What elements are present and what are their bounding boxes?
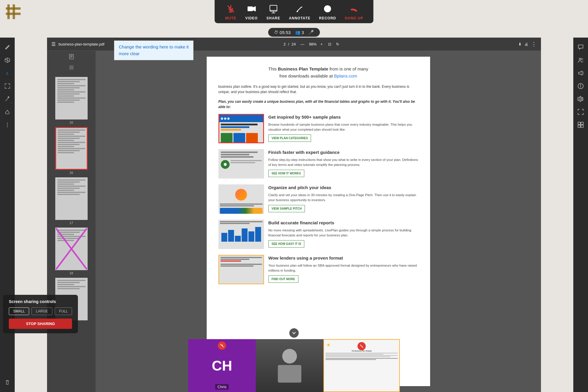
- feature-btn-1[interactable]: VIEW PLAN CATEGORIES: [268, 134, 311, 142]
- timer: ⏱ 05:53: [274, 30, 291, 35]
- right-toolbar: [573, 38, 588, 392]
- sidebar-icon[interactable]: [69, 54, 74, 60]
- gear-tool[interactable]: [575, 94, 586, 104]
- video-participants-bar: CH Chris ★ This Business Plan Template: [188, 339, 400, 392]
- feature-desc-4: No more messing with spreadsheets. LiveP…: [268, 228, 418, 238]
- record-button[interactable]: RECORD: [319, 3, 336, 20]
- pdf-filename: business-plan-template.pdf: [59, 42, 104, 46]
- svg-marker-10: [253, 6, 256, 11]
- participants-count: 👥 3: [295, 30, 304, 35]
- annotate-button[interactable]: ANNOTATE: [289, 3, 310, 20]
- left-toolbar: A: [0, 38, 15, 392]
- feature-btn-4[interactable]: SEE HOW EASY IT IS: [268, 240, 305, 248]
- more-tools[interactable]: [2, 120, 13, 130]
- feature-thumb-1: [218, 114, 264, 143]
- text-tool[interactable]: A: [2, 68, 13, 78]
- feature-title-1: Get inspired by 500+ sample plans: [268, 114, 418, 121]
- pdf-header: This Business Plan Template from is one …: [218, 65, 418, 80]
- svg-marker-24: [5, 110, 9, 114]
- pdf-download-icon[interactable]: ⬇: [518, 42, 522, 46]
- mic-status-icon: 🎤: [308, 30, 314, 35]
- pdf-more-icon[interactable]: ⋮: [531, 41, 537, 47]
- mute-icon-chris: [218, 341, 226, 350]
- svg-point-26: [7, 125, 8, 125]
- feature-btn-5[interactable]: FIND OUT MORE: [268, 275, 298, 283]
- pencil-tool[interactable]: [2, 42, 13, 53]
- feature-title-4: Build accurate financial reports: [268, 220, 418, 226]
- fullscreen-tool[interactable]: [575, 107, 586, 117]
- pdf-page: This Business Plan Template from is one …: [207, 57, 430, 386]
- size-large-button[interactable]: LARGE: [31, 307, 52, 315]
- video-thumb-screen[interactable]: ★ This Business Plan Template: [323, 339, 400, 392]
- svg-point-29: [582, 58, 583, 60]
- screen-sharing-title: Screen sharing controls: [9, 299, 72, 304]
- eraser-tool[interactable]: [2, 107, 13, 117]
- feature-row-4: Build accurate financial reports No more…: [218, 220, 418, 249]
- feature-btn-3[interactable]: VIEW SAMPLE PITCH: [268, 205, 305, 212]
- brush-tool[interactable]: [2, 94, 13, 104]
- megaphone-tool[interactable]: [575, 68, 586, 78]
- svg-rect-38: [578, 122, 580, 125]
- size-full-button[interactable]: FULL: [55, 307, 72, 315]
- sidebar-list-icon[interactable]: [69, 65, 74, 71]
- people-tool[interactable]: [575, 55, 586, 65]
- svg-text:A: A: [6, 71, 9, 76]
- pdf-zoom: 98%: [309, 42, 317, 46]
- feature-row-5: Wow lenders using a proven format Your b…: [218, 255, 418, 284]
- bplans-link[interactable]: Bplans.com: [334, 73, 357, 78]
- thumbnail-page-18[interactable]: 18: [54, 228, 89, 275]
- feature-content-1: Get inspired by 500+ sample plans Browse…: [268, 114, 418, 142]
- svg-line-15: [297, 7, 301, 11]
- pdf-print-icon[interactable]: 🖨: [524, 42, 528, 46]
- hangup-button[interactable]: HANG UP: [345, 3, 363, 20]
- pdf-menu-icon[interactable]: ☰: [51, 41, 56, 47]
- thumbnail-page-16[interactable]: 16: [54, 127, 89, 174]
- feature-row-2: Finish faster with expert guidance Follo…: [218, 149, 418, 179]
- svg-rect-40: [578, 125, 580, 127]
- pdf-viewer: ☰ business-plan-template.pdf 2 / 24 — 98…: [47, 38, 541, 392]
- feature-row-1: Get inspired by 500+ sample plans Browse…: [218, 114, 418, 143]
- stop-sharing-button[interactable]: STOP SHARING: [9, 319, 72, 329]
- feature-content-4: Build accurate financial reports No more…: [268, 220, 418, 248]
- screen-sharing-controls: Screen sharing controls SMALL LARGE FULL…: [3, 295, 78, 333]
- feature-content-2: Finish faster with expert guidance Follo…: [268, 149, 418, 177]
- thumbnail-page-15[interactable]: 15: [54, 77, 89, 124]
- size-small-button[interactable]: SMALL: [9, 307, 29, 315]
- video-thumb-chris[interactable]: CH Chris: [188, 339, 256, 392]
- svg-rect-4: [6, 13, 21, 15]
- feature-thumb-3: [218, 184, 264, 214]
- svg-point-37: [580, 98, 582, 100]
- star-icon: ★: [326, 342, 330, 348]
- svg-point-18: [324, 5, 331, 12]
- grid-tool[interactable]: [575, 120, 586, 130]
- delete-tool[interactable]: [2, 377, 13, 388]
- app-logo: [4, 3, 22, 21]
- svg-point-25: [7, 123, 8, 124]
- cube-tool[interactable]: [2, 55, 13, 65]
- video-button[interactable]: VIDEO: [245, 3, 258, 20]
- svg-marker-16: [301, 6, 303, 8]
- feature-title-3: Organize and pitch your ideas: [268, 184, 418, 191]
- size-buttons-group: SMALL LARGE FULL: [9, 307, 72, 315]
- chat-tool[interactable]: [575, 42, 586, 53]
- pdf-page-current: 2: [284, 42, 286, 46]
- mute-button[interactable]: MUTE: [225, 3, 237, 20]
- feature-btn-2[interactable]: SEE HOW IT WORKS: [268, 170, 304, 177]
- feature-thumb-5: [218, 255, 264, 284]
- svg-line-54: [360, 345, 363, 348]
- feature-title-5: Wow lenders using a proven format: [268, 255, 418, 262]
- info-tool[interactable]: [575, 81, 586, 91]
- feature-desc-3: Clarify and vet your ideas in 30 minutes…: [268, 193, 418, 203]
- svg-rect-39: [581, 122, 583, 125]
- feature-title-2: Finish faster with expert guidance: [268, 149, 418, 156]
- scroll-down-button[interactable]: [289, 328, 299, 338]
- svg-rect-41: [581, 125, 583, 127]
- video-thumb-camera[interactable]: [256, 339, 323, 392]
- expand-tool[interactable]: [2, 81, 13, 91]
- thumbnail-sidebar: 15 16: [47, 51, 96, 392]
- share-button[interactable]: SHARE: [266, 3, 280, 20]
- svg-point-27: [7, 126, 8, 127]
- feature-desc-5: Your business plan will follow an SBA-ap…: [268, 263, 418, 273]
- thumbnail-page-17[interactable]: 17: [54, 177, 89, 225]
- feature-desc-1: Browse hundreds of sample business plans…: [268, 122, 418, 132]
